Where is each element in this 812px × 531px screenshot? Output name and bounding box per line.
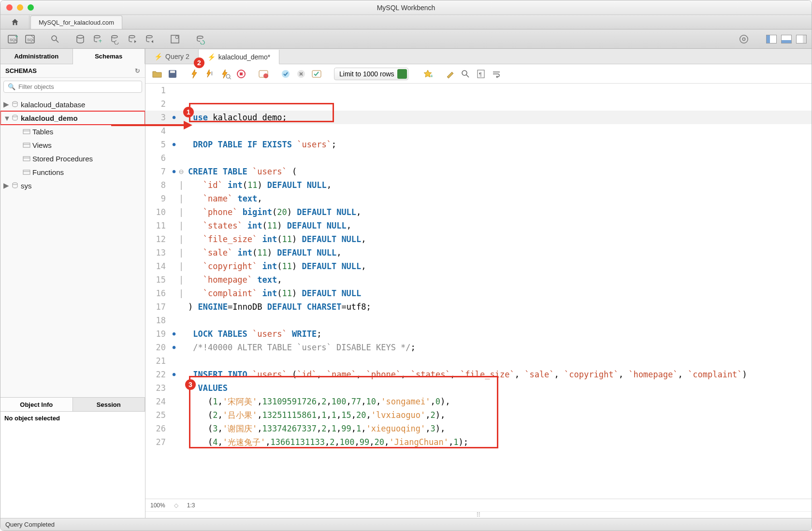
beautify-icon[interactable] (443, 67, 457, 81)
code-line[interactable]: 24 (1,'宋阿美',13109591726,2,100,77,10,'son… (145, 395, 812, 408)
code-line[interactable]: 3● use kalacloud_demo; (145, 111, 812, 124)
object-info-tab[interactable]: Object Info (0, 398, 73, 411)
breakpoint-gutter[interactable] (171, 422, 177, 435)
breakpoint-gutter[interactable] (171, 205, 177, 219)
toggle-secondary-sidebar-icon[interactable] (796, 35, 807, 43)
code-line[interactable]: 13| `sale` int(11) DEFAULT NULL, (145, 246, 812, 259)
breakpoint-gutter[interactable] (171, 300, 177, 314)
breakpoint-gutter[interactable] (171, 84, 177, 97)
code-line[interactable]: 5● DROP TABLE IF EXISTS `users`; (145, 138, 812, 151)
editor-tab[interactable]: ⚡kalacloud_demo* (199, 50, 279, 64)
breakpoint-gutter[interactable] (171, 435, 177, 449)
db-back-icon[interactable] (125, 32, 140, 46)
filter-objects-field[interactable] (18, 83, 138, 90)
code-line[interactable]: 19● LOCK TABLES `users` WRITE; (145, 327, 812, 341)
connection-tab[interactable]: MySQL_for_kalacloud.com (30, 15, 122, 29)
code-line[interactable]: 27 (4,'光速兔子',13661131133,2,100,99,20,'Ji… (145, 435, 812, 449)
fold-gutter[interactable] (177, 395, 185, 408)
fold-gutter[interactable]: | (177, 178, 185, 192)
toggle-output-icon[interactable] (781, 35, 792, 43)
code-line[interactable]: 11| `states` int(11) DEFAULT NULL, (145, 219, 812, 232)
schema-tree-item[interactable]: Tables (0, 125, 145, 138)
execute-icon[interactable] (188, 67, 202, 81)
commit-icon[interactable] (279, 67, 292, 81)
schema-tree-item[interactable]: Stored Procedures (0, 152, 145, 165)
breakpoint-gutter[interactable]: ● (171, 138, 177, 151)
breakpoint-gutter[interactable] (171, 151, 177, 165)
fold-gutter[interactable]: | (177, 273, 185, 287)
fold-gutter[interactable]: | (177, 205, 185, 219)
open-file-icon[interactable] (150, 67, 164, 81)
code-line[interactable]: 8| `id` int(11) DEFAULT NULL, (145, 178, 812, 192)
db-sync-icon[interactable] (108, 32, 122, 46)
sql-editor[interactable]: 1 3 123● use kalacloud_demo;45● DROP TAB… (145, 84, 812, 499)
invisible-chars-icon[interactable]: ¶ (474, 67, 488, 81)
code-line[interactable]: 23 VALUES (145, 381, 812, 395)
fold-gutter[interactable] (177, 138, 185, 151)
fold-gutter[interactable] (177, 408, 185, 422)
find-icon[interactable] (459, 67, 472, 81)
open-sql-script-icon[interactable]: SQL (23, 32, 37, 46)
schema-tree-item[interactable]: ▶kalacloud_database (0, 98, 145, 111)
fold-gutter[interactable]: | (177, 232, 185, 246)
save-file-icon[interactable] (166, 67, 179, 81)
breakpoint-gutter[interactable] (171, 408, 177, 422)
execute-current-icon[interactable]: I (203, 67, 217, 81)
code-line[interactable]: 7●⊖CREATE TABLE `users` ( (145, 165, 812, 178)
breakpoint-gutter[interactable] (171, 232, 177, 246)
breakpoint-gutter[interactable] (171, 178, 177, 192)
fold-gutter[interactable] (177, 151, 185, 165)
breakpoint-gutter[interactable]: ● (171, 341, 177, 354)
toggle-limit-icon[interactable] (257, 67, 270, 81)
dashboard-icon[interactable] (168, 32, 182, 46)
reconnect-icon[interactable] (193, 32, 207, 46)
home-button[interactable] (0, 15, 29, 29)
breakpoint-gutter[interactable] (171, 246, 177, 259)
toggle-sidebar-icon[interactable] (766, 35, 777, 43)
stop-icon[interactable] (234, 67, 248, 81)
fold-gutter[interactable]: | (177, 246, 185, 259)
db-icon[interactable] (73, 32, 87, 46)
schema-tree[interactable]: ▶kalacloud_database▼kalacloud_demoTables… (0, 96, 145, 397)
schema-tree-item[interactable]: ▶sys (0, 179, 145, 192)
fold-gutter[interactable] (177, 327, 185, 341)
breakpoint-gutter[interactable] (171, 97, 177, 111)
fold-gutter[interactable] (177, 354, 185, 368)
breakpoint-gutter[interactable]: ● (171, 111, 177, 124)
inspector-icon[interactable] (48, 32, 62, 46)
code-line[interactable]: 4 (145, 124, 812, 138)
code-line[interactable]: 6 (145, 151, 812, 165)
fold-gutter[interactable] (177, 84, 185, 97)
code-line[interactable]: 15| `homepage` text, (145, 273, 812, 287)
fold-gutter[interactable] (177, 422, 185, 435)
schemas-tab[interactable]: Schemas (73, 49, 145, 64)
breakpoint-gutter[interactable] (171, 354, 177, 368)
breakpoint-gutter[interactable] (171, 381, 177, 395)
code-line[interactable]: 18 (145, 314, 812, 327)
breakpoint-gutter[interactable] (171, 314, 177, 327)
code-line[interactable]: 12| `file_size` int(11) DEFAULT NULL, (145, 232, 812, 246)
breakpoint-gutter[interactable]: ● (171, 368, 177, 381)
breakpoint-gutter[interactable] (171, 124, 177, 138)
administration-tab[interactable]: Administration (0, 49, 73, 64)
fold-gutter[interactable]: | (177, 287, 185, 300)
breakpoint-gutter[interactable] (171, 273, 177, 287)
fold-gutter[interactable]: | (177, 192, 185, 205)
fold-gutter[interactable] (177, 435, 185, 449)
zoom-level[interactable]: 100% (150, 502, 165, 509)
fold-gutter[interactable] (177, 381, 185, 395)
code-line[interactable]: 9| `name` text, (145, 192, 812, 205)
fold-gutter[interactable] (177, 124, 185, 138)
explain-icon[interactable] (219, 67, 232, 81)
fold-gutter[interactable]: ⊖ (177, 165, 185, 178)
code-line[interactable]: 21 (145, 354, 812, 368)
favorite-icon[interactable]: + (421, 67, 435, 81)
db-add-icon[interactable]: + (90, 32, 105, 46)
refresh-schemas-icon[interactable]: ↻ (135, 67, 140, 74)
breakpoint-gutter[interactable] (171, 192, 177, 205)
breakpoint-gutter[interactable]: ● (171, 327, 177, 341)
editor-tab[interactable]: ⚡Query 2 (145, 49, 199, 64)
fold-gutter[interactable]: | (177, 219, 185, 232)
rollback-icon[interactable] (294, 67, 308, 81)
code-line[interactable]: 17) ENGINE=InnoDB DEFAULT CHARSET=utf8; (145, 300, 812, 314)
